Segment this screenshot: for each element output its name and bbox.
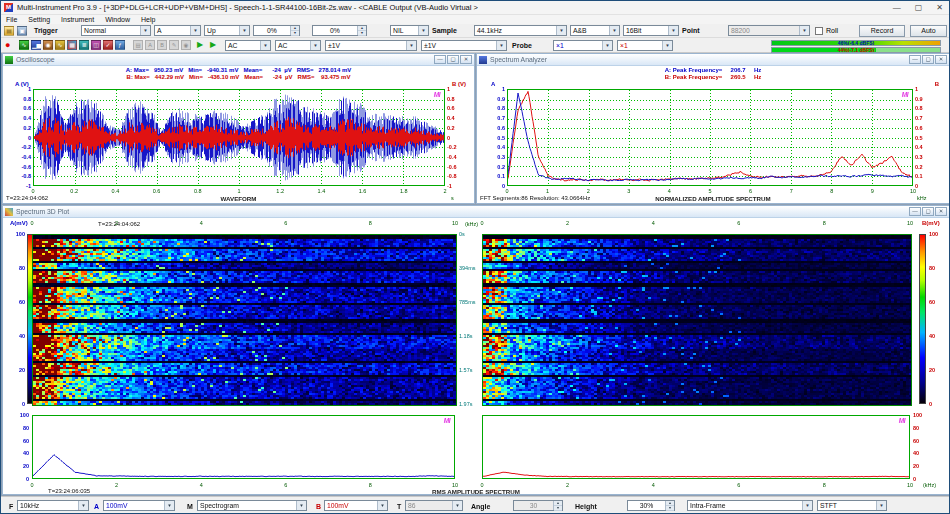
- tick-label: 20: [929, 367, 935, 373]
- rms-spectrum-b-plot[interactable]: MI: [482, 415, 910, 479]
- tick-label: 9: [871, 188, 874, 194]
- spin-down-icon[interactable]: ▼: [291, 31, 299, 36]
- range-b-select[interactable]: ±1V▼: [421, 40, 507, 51]
- tick-label: 40: [23, 450, 29, 456]
- trigger-slope-select[interactable]: Up▼: [204, 25, 250, 36]
- multimeter-icon[interactable]: ◉: [43, 40, 53, 50]
- amplitude-a-select[interactable]: 100mV▼: [103, 500, 175, 511]
- spectrum-analyzer-icon[interactable]: ▁▅: [31, 40, 41, 50]
- spectrum-plot[interactable]: MI: [507, 89, 913, 186]
- menu-help[interactable]: Help: [141, 16, 155, 23]
- probe-b-select[interactable]: ×1▼: [617, 40, 673, 51]
- bit-depth-select[interactable]: 16Bit▼: [623, 25, 679, 36]
- spectrogram-a-canvas[interactable]: [32, 234, 457, 406]
- chevron-down-icon: ▼: [876, 501, 886, 510]
- rms-spectrum-a-plot[interactable]: MI: [32, 415, 455, 479]
- sampling-rate-select[interactable]: 44.1kHz▼: [474, 25, 567, 36]
- maximize-icon[interactable]: ▢: [922, 55, 934, 64]
- tick-label: 60: [913, 438, 919, 444]
- data-logger-icon[interactable]: ≣: [79, 40, 89, 50]
- chevron-down-icon: ▼: [140, 26, 150, 35]
- tick-label: 0: [480, 220, 483, 226]
- close-icon[interactable]: ✕: [460, 55, 472, 64]
- tick-label: 6: [749, 188, 752, 194]
- trigger-hpf-select[interactable]: NIL▼: [390, 25, 429, 36]
- menu-instrument[interactable]: Instrument: [61, 16, 94, 23]
- amplitude-b-select[interactable]: 100mV▼: [324, 500, 388, 511]
- minimize-icon[interactable]: —: [893, 2, 901, 14]
- tick-label: 1: [447, 86, 450, 92]
- trigger-level-spinner[interactable]: 0% ▲▼: [253, 25, 300, 36]
- coupling-b-select[interactable]: AC▼: [275, 40, 321, 51]
- signal-generator-icon[interactable]: ∿: [55, 40, 65, 50]
- spin-down-icon[interactable]: ▼: [358, 31, 366, 36]
- save-icon[interactable]: ▣: [17, 26, 27, 36]
- close-icon[interactable]: ✕: [936, 2, 943, 14]
- probe-a-select[interactable]: ×1▼: [553, 40, 613, 51]
- height-spinner[interactable]: 30% ▲▼: [627, 500, 675, 511]
- tick-label: 60: [929, 299, 935, 305]
- range-b-label: B: [316, 503, 321, 510]
- run-single-icon[interactable]: ▶: [210, 40, 216, 50]
- tick-label: 4: [668, 188, 671, 194]
- trigger-delay-spinner[interactable]: 0% ▲▼: [312, 25, 367, 36]
- tick-label: 80: [929, 265, 935, 271]
- ddp-viewer-icon[interactable]: ◫: [91, 40, 101, 50]
- maximize-icon[interactable]: ▢: [922, 207, 934, 216]
- oscilloscope-icon[interactable]: ∿: [19, 40, 29, 50]
- close-icon[interactable]: ✕: [935, 207, 947, 216]
- spectrum-stats-b: B: Peak Frequency= 260.5 Hz: [477, 74, 949, 80]
- close-icon[interactable]: ✕: [935, 55, 947, 64]
- minimize-icon[interactable]: —: [434, 55, 446, 64]
- tick-label: -0.6: [447, 164, 456, 170]
- colorbar-a-ticks: 100806040200: [5, 234, 25, 404]
- oscilloscope-stats-b: B: Max= 442.29 mV Min= -436.10 mV Mean= …: [3, 74, 474, 80]
- trigger-source-select[interactable]: A▼: [154, 25, 201, 36]
- tick-label: 100: [913, 412, 922, 418]
- oscilloscope-title: Oscilloscope: [16, 56, 55, 63]
- waveform-plot[interactable]: MI: [33, 89, 445, 186]
- menu-file[interactable]: File: [6, 16, 17, 23]
- record-dot-icon[interactable]: ●: [5, 40, 10, 50]
- channel-mode-select[interactable]: A&B▼: [570, 25, 620, 36]
- spectrogram-b-canvas[interactable]: [482, 234, 912, 406]
- spin-down-icon[interactable]: ▼: [666, 506, 674, 511]
- spectrum-3d-plot-titlebar[interactable]: Spectrum 3D Plot — ▢ ✕: [3, 206, 949, 218]
- auto-button[interactable]: Auto: [910, 25, 947, 37]
- open-file-icon[interactable]: ▤: [4, 26, 14, 36]
- maximize-icon[interactable]: ▢: [915, 2, 923, 14]
- probe-label: Probe: [512, 42, 532, 49]
- roll-checkbox[interactable]: [815, 27, 823, 35]
- tick-label: 0.2: [23, 125, 31, 131]
- spin-down-icon: ▼: [554, 506, 562, 511]
- oscilloscope-titlebar[interactable]: Oscilloscope — ▢ ✕: [3, 54, 474, 66]
- display-mode-select[interactable]: Spectrogram▼: [197, 500, 307, 511]
- run-icon[interactable]: ▶: [197, 40, 203, 50]
- spectrum-3d-plot-title: Spectrum 3D Plot: [16, 208, 69, 215]
- spectrum-analyzer-titlebar[interactable]: Spectrum Analyzer — ▢ ✕: [477, 54, 949, 66]
- menu-window[interactable]: Window: [105, 16, 130, 23]
- tick-label: 40: [19, 333, 25, 339]
- tick-label: 0.8: [497, 105, 505, 111]
- method-select[interactable]: STFT▼: [817, 500, 887, 511]
- spectrum-3d-plot-icon[interactable]: ▦: [67, 40, 77, 50]
- coupling-a-select[interactable]: AC▼: [225, 40, 271, 51]
- frame-mode-select[interactable]: Intra-Frame▼: [687, 500, 813, 511]
- sound-device-icon: ◉: [181, 40, 191, 50]
- range-a-select[interactable]: ±1V▼: [325, 40, 417, 51]
- trigger-mode-select[interactable]: Normal▼: [81, 25, 151, 36]
- chevron-down-icon: ▼: [602, 41, 612, 50]
- minimize-icon[interactable]: —: [909, 55, 921, 64]
- tick-label: 0.6: [915, 125, 923, 131]
- tick-label: 0.6: [497, 125, 505, 131]
- menu-setting[interactable]: Setting: [28, 16, 50, 23]
- derived-data-icon[interactable]: ƒ: [115, 40, 125, 50]
- maximize-icon[interactable]: ▢: [447, 55, 459, 64]
- minimize-icon[interactable]: —: [909, 207, 921, 216]
- record-button[interactable]: Record: [859, 25, 905, 37]
- device-test-plan-icon[interactable]: ✓: [103, 40, 113, 50]
- tick-label: 4: [652, 220, 655, 226]
- tick-label: 0.5: [915, 135, 923, 141]
- freq-range-select[interactable]: 10kHz▼: [17, 500, 89, 511]
- spectrum-yticks-b: 10.90.80.70.60.50.40.30.20.10: [915, 89, 937, 186]
